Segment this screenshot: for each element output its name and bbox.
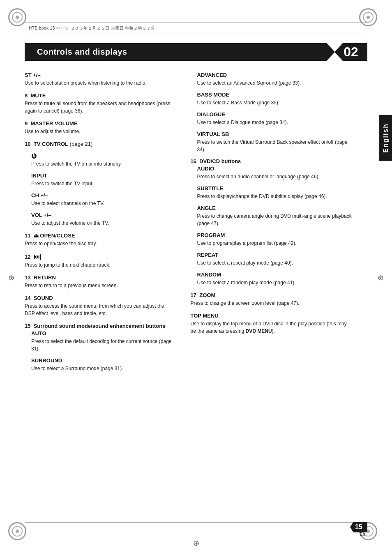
- sub-ch-title: CH +/–: [31, 192, 174, 198]
- section-master-volume: 9 MASTER VOLUME Use to adjust the volume…: [25, 120, 174, 135]
- sub-program-title: PROGRAM: [197, 232, 353, 238]
- sub-power: ⏻ Press to switch the TV on or into stan…: [25, 153, 174, 168]
- section-st: ST +/– Use to select station presets whe…: [25, 72, 174, 87]
- sub-program-body: Use to program/play a program list (page…: [197, 240, 353, 247]
- section-st-body: Use to select station presets when liste…: [25, 79, 174, 87]
- reg-mark-left: ⊕: [8, 273, 14, 282]
- section-dvd-cd-title: 16 DVD/CD buttons: [191, 158, 353, 164]
- sub-subtitle-body: Press to display/change the DVD subtitle…: [197, 193, 353, 200]
- section-open-close-title: 11 ⏏ OPEN/CLOSE: [25, 233, 174, 239]
- section-skip-title: 12 ⏭|: [25, 253, 174, 260]
- sub-virtual-sb: VIRTUAL SB Press to switch the Virtual S…: [191, 131, 353, 153]
- section-top-menu: TOP MENU Use to display the top menu of …: [191, 313, 353, 335]
- sub-repeat: REPEAT Use to select a repeat play mode …: [191, 252, 353, 267]
- section-tv-control-subs: ⏻ Press to switch the TV on or into stan…: [25, 153, 174, 227]
- right-column: ADVANCED Use to select an Advanced Surro…: [182, 72, 353, 514]
- section-st-title: ST +/–: [25, 72, 174, 78]
- sub-virtual-sb-body: Press to switch the Virtual Surround Bac…: [197, 138, 353, 153]
- sub-dialogue-body: Use to select a Dialogue mode (page 34).: [197, 119, 353, 126]
- section-return-body: Press to return to a previous menu scree…: [25, 282, 174, 289]
- sub-input-title: INPUT: [31, 173, 174, 179]
- sub-vol: VOL +/– Use to adjust the volume on the …: [25, 212, 174, 227]
- sub-advanced-body: Use to select an Advanced Surround (page…: [197, 79, 353, 87]
- sub-vol-body: Use to adjust the volume on the TV.: [31, 219, 174, 227]
- sub-auto-title: AUTO: [31, 330, 174, 336]
- section-return: 13 RETURN Press to return to a previous …: [25, 274, 174, 289]
- reg-mark-right: ⊕: [378, 273, 384, 282]
- sub-repeat-title: REPEAT: [197, 252, 353, 258]
- section-mute-title: 8 MUTE: [25, 92, 174, 99]
- sub-audio-title: AUDIO: [197, 166, 353, 172]
- chapter-title: Controls and displays: [25, 43, 335, 61]
- sub-auto: AUTO Press to select the default decodin…: [25, 330, 174, 352]
- sub-input: INPUT Press to switch the TV input.: [25, 173, 174, 187]
- section-surround-group: 15 Surround sound mode/sound enhancement…: [25, 323, 174, 372]
- sub-audio-body: Press to select an audio channel or lang…: [197, 173, 353, 180]
- reg-mark-bottom: ⊕: [193, 539, 199, 548]
- sub-bass-mode-body: Use to select a Bass Mode (page 35).: [197, 99, 353, 106]
- sub-auto-body: Press to select the default decoding for…: [31, 338, 174, 352]
- section-sound-body: Press to access the sound menu, from whi…: [25, 302, 174, 317]
- sub-surround-title: SURROUND: [31, 357, 174, 364]
- section-mute: 8 MUTE Press to mute all sound from the …: [25, 92, 174, 115]
- section-sound: 14 SOUND Press to access the sound menu,…: [25, 295, 174, 317]
- sub-random-title: RANDOM: [197, 272, 353, 278]
- section-sound-title: 14 SOUND: [25, 295, 174, 301]
- sub-program: PROGRAM Use to program/play a program li…: [191, 232, 353, 247]
- sub-virtual-sb-title: VIRTUAL SB: [197, 131, 353, 137]
- sub-surround: SURROUND Use to select a Surround mode (…: [25, 357, 174, 372]
- sub-bass-mode: BASS MODE Use to select a Bass Mode (pag…: [191, 92, 353, 106]
- chapter-number: 02: [334, 43, 367, 61]
- sub-advanced: ADVANCED Use to select an Advanced Surro…: [191, 72, 353, 87]
- sub-angle-body: Press to change camera angle during DVD …: [197, 212, 353, 227]
- sub-dialogue: DIALOGUE Use to select a Dialogue mode (…: [191, 111, 353, 126]
- page-lang: En: [360, 532, 365, 537]
- section-zoom-body: Press to change the screen zoom level (p…: [191, 299, 353, 307]
- sub-random-body: Use to select a random play mode (page 4…: [197, 279, 353, 286]
- section-skip: 12 ⏭| Press to jump to the next chapter/…: [25, 253, 174, 269]
- section-surround-group-title: 15 Surround sound mode/sound enhancement…: [25, 323, 174, 329]
- sub-audio: AUDIO Press to select an audio channel o…: [191, 166, 353, 180]
- section-return-title: 13 RETURN: [25, 274, 174, 281]
- corner-decoration-bl: [8, 522, 33, 547]
- sub-input-body: Press to switch the TV input.: [31, 180, 174, 187]
- main-content: ST +/– Use to select station presets whe…: [25, 72, 353, 514]
- section-master-volume-title: 9 MASTER VOLUME: [25, 120, 174, 127]
- section-top-menu-body: Use to display the top menu of a DVD dis…: [191, 320, 353, 335]
- dvd-menu-bold: DVD MENU: [246, 328, 272, 334]
- section-tv-control: 10 TV CONTROL (page 21): [25, 141, 174, 147]
- sub-power-body: Press to switch the TV on or into standb…: [31, 160, 174, 168]
- chapter-header: Controls and displays 02: [25, 43, 367, 61]
- sub-ch: CH +/– Use to select channels on the TV.: [25, 192, 174, 207]
- sub-advanced-title: ADVANCED: [197, 72, 353, 78]
- sub-ch-body: Use to select channels on the TV.: [31, 200, 174, 207]
- section-zoom-title: 17 ZOOM: [191, 292, 353, 298]
- section-open-close-body: Press to open/close the disc tray.: [25, 240, 174, 247]
- section-tv-control-title: 10 TV CONTROL (page 21): [25, 141, 174, 147]
- section-master-volume-body: Use to adjust the volume.: [25, 128, 174, 135]
- page-number-badge: 15: [350, 522, 367, 532]
- section-open-close: 11 ⏏ OPEN/CLOSE Press to open/close the …: [25, 233, 174, 247]
- sub-surround-body: Use to select a Surround mode (page 31).: [31, 365, 174, 372]
- bottom-divider: [25, 523, 367, 523]
- sub-subtitle-title: SUBTITLE: [197, 185, 353, 191]
- sub-angle-title: ANGLE: [197, 205, 353, 211]
- sub-repeat-body: Use to select a repeat play mode (page 4…: [197, 259, 353, 267]
- sub-dialogue-title: DIALOGUE: [197, 111, 353, 117]
- section-zoom: 17 ZOOM Press to change the screen zoom …: [191, 292, 353, 307]
- sub-random: RANDOM Use to select a random play mode …: [191, 272, 353, 286]
- header-text: HTS.book 15 ページ ２０３年２月２５日 火曜日 午後２時３７分: [29, 25, 155, 31]
- section-top-menu-title: TOP MENU: [191, 313, 353, 319]
- sub-power-symbol: ⏻: [31, 153, 174, 159]
- english-tab: English: [379, 115, 392, 161]
- section-mute-body: Press to mute all sound from the speaker…: [25, 100, 174, 115]
- section-skip-body: Press to jump to the next chapter/track.: [25, 261, 174, 269]
- sub-vol-title: VOL +/–: [31, 212, 174, 218]
- section-dvd-cd: 16 DVD/CD buttons AUDIO Press to select …: [191, 158, 353, 286]
- sub-subtitle: SUBTITLE Press to display/change the DVD…: [191, 185, 353, 200]
- sub-angle: ANGLE Press to change camera angle durin…: [191, 205, 353, 227]
- header-bar: HTS.book 15 ページ ２０３年２月２５日 火曜日 午後２時３７分: [25, 23, 367, 34]
- sub-bass-mode-title: BASS MODE: [197, 92, 353, 98]
- left-column: ST +/– Use to select station presets whe…: [25, 72, 182, 514]
